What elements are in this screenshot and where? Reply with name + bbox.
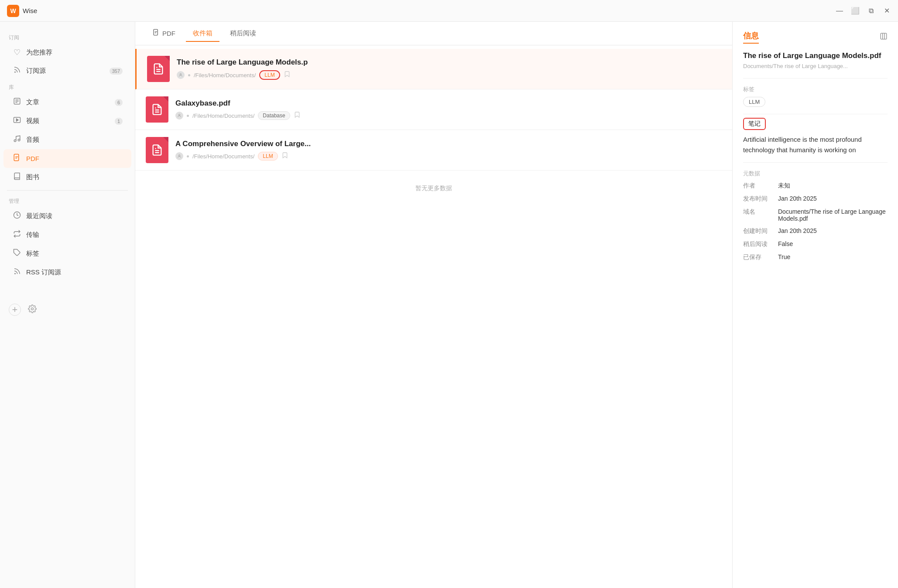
external-button[interactable]: ⧉ (867, 7, 875, 15)
user-avatar-1 (177, 71, 185, 79)
metadata-row-author: 作者 未知 (743, 182, 888, 190)
metadata-value-later: False (778, 240, 888, 247)
article-icon (12, 97, 22, 107)
tag-llm-1: LLM (259, 70, 280, 80)
pdf-file-icon-1 (147, 56, 170, 82)
file-name-3: A Comprehensive Overview of Large... (175, 140, 722, 148)
bookmark-icon-2[interactable] (294, 111, 301, 120)
minimize-button[interactable]: — (835, 7, 844, 15)
add-button[interactable]: + (9, 304, 21, 316)
file-info-1: The rise of Large Language Models.p /Fil… (177, 58, 722, 80)
sidebar-section-library: 库 (0, 80, 135, 93)
divider-3 (743, 162, 888, 163)
file-info-3: A Comprehensive Overview of Large... /Fi… (175, 140, 722, 161)
panel-title: 信息 (743, 31, 759, 44)
file-name-1: The rise of Large Language Models.p (177, 58, 722, 67)
metadata-row-later: 稍后阅读 False (743, 240, 888, 248)
sidebar-section-manage: 管理 (0, 194, 135, 207)
pdf-file-icon-3 (146, 137, 168, 163)
file-item-2[interactable]: Galaxybase.pdf /Files/Home/Documents/ Da… (135, 89, 732, 130)
sidebar-item-videos[interactable]: 视频 1 (3, 112, 131, 130)
sidebar-item-label: 图书 (26, 173, 123, 181)
close-button[interactable]: ✕ (882, 7, 891, 15)
metadata-key-saved: 已保存 (743, 253, 778, 261)
rss-icon (12, 66, 22, 76)
file-item-1[interactable]: The rise of Large Language Models.p /Fil… (135, 49, 732, 89)
metadata-key-created: 创建时间 (743, 227, 778, 235)
metadata-label: 元数据 (743, 170, 888, 178)
sidebar-item-pdf[interactable]: PDF (3, 149, 131, 168)
metadata-section: 元数据 作者 未知 发布时间 Jan 20th 2025 域名 Document… (743, 170, 888, 261)
sidebar-footer: + (0, 299, 135, 320)
svg-rect-22 (881, 33, 887, 39)
file-meta-2: /Files/Home/Documents/ Database (175, 111, 722, 120)
sidebar-item-label: 最近阅读 (26, 212, 123, 220)
clock-icon (12, 211, 22, 221)
maximize-button[interactable]: ⬜ (851, 7, 860, 15)
sidebar-item-label: 为您推荐 (26, 48, 123, 57)
file-path-3: /Files/Home/Documents/ (192, 153, 254, 160)
settings-button[interactable] (28, 304, 37, 315)
videos-badge: 1 (115, 118, 123, 125)
info-file-path: Documents/The rise of Large Language... (743, 63, 888, 69)
metadata-value-author: 未知 (778, 182, 888, 190)
titlebar: W Wise — ⬜ ⧉ ✕ (0, 0, 898, 22)
svg-point-21 (178, 155, 180, 156)
metadata-key-author: 作者 (743, 182, 778, 190)
dot-separator-3 (187, 155, 189, 157)
sidebar-item-recent[interactable]: 最近阅读 (3, 207, 131, 226)
tab-later-label: 稍后阅读 (230, 29, 256, 38)
tag-badge-llm: LLM (743, 97, 765, 107)
sidebar-divider (7, 190, 128, 191)
metadata-row-created: 创建时间 Jan 20th 2025 (743, 227, 888, 235)
svg-point-18 (178, 114, 180, 116)
heart-icon: ♡ (12, 48, 22, 57)
expand-panel-button[interactable] (880, 32, 888, 42)
sources-badge: 357 (110, 68, 123, 75)
tab-pdf[interactable]: PDF (146, 25, 182, 42)
dot-separator-2 (187, 115, 189, 117)
svg-marker-5 (17, 119, 19, 121)
metadata-key-pubdate: 发布时间 (743, 195, 778, 203)
sidebar-item-transfer[interactable]: 传输 (3, 226, 131, 244)
tags-section-label: 标签 (743, 85, 888, 93)
pdf-file-icon-2 (146, 96, 168, 123)
metadata-value-pubdate: Jan 20th 2025 (778, 195, 888, 202)
svg-point-15 (180, 74, 181, 75)
sidebar: 订阅 ♡ 为您推荐 订阅源 357 库 文章 6 视频 1 (0, 22, 135, 588)
pdf-icon (12, 154, 22, 164)
svg-rect-12 (154, 29, 158, 35)
tag-llm-3: LLM (258, 152, 278, 161)
notes-section: 笔记 Artificial intelligence is the most p… (743, 118, 888, 155)
sidebar-item-label: 文章 (26, 98, 110, 106)
bookmark-icon-1[interactable] (284, 71, 291, 79)
sidebar-item-recommended[interactable]: ♡ 为您推荐 (3, 43, 131, 62)
no-more-data: 暂无更多数据 (135, 171, 732, 206)
sidebar-item-tags[interactable]: 标签 (3, 244, 131, 263)
metadata-value-created: Jan 20th 2025 (778, 227, 888, 234)
divider-2 (743, 114, 888, 114)
file-item-3[interactable]: A Comprehensive Overview of Large... /Fi… (135, 130, 732, 171)
sidebar-item-rss[interactable]: RSS 订阅源 (3, 263, 131, 282)
sidebar-section-subscribe: 订阅 (0, 31, 135, 43)
tag-icon (12, 249, 22, 259)
tab-later[interactable]: 稍后阅读 (223, 26, 263, 42)
sidebar-item-books[interactable]: 图书 (3, 168, 131, 187)
metadata-key-later: 稍后阅读 (743, 240, 778, 248)
bookmark-icon-3[interactable] (281, 152, 288, 161)
svg-point-7 (18, 139, 20, 141)
sidebar-item-label: PDF (26, 155, 123, 162)
file-meta-1: /Files/Home/Documents/ LLM (177, 70, 722, 80)
user-avatar-3 (175, 152, 183, 160)
sidebar-item-label: 订阅源 (26, 67, 105, 75)
tab-inbox[interactable]: 收件箱 (186, 26, 219, 42)
sidebar-item-audio[interactable]: 音频 (3, 130, 131, 149)
tabs-bar: PDF 收件箱 稍后阅读 (135, 22, 732, 45)
user-avatar-2 (175, 112, 183, 120)
sidebar-item-label: 标签 (26, 250, 123, 258)
right-panel: 信息 The rise of Large Language Models.pdf… (732, 22, 898, 588)
sidebar-item-sources[interactable]: 订阅源 357 (3, 62, 131, 80)
sidebar-item-articles[interactable]: 文章 6 (3, 93, 131, 112)
metadata-value-saved: True (778, 253, 888, 260)
tag-database-2: Database (258, 111, 290, 120)
